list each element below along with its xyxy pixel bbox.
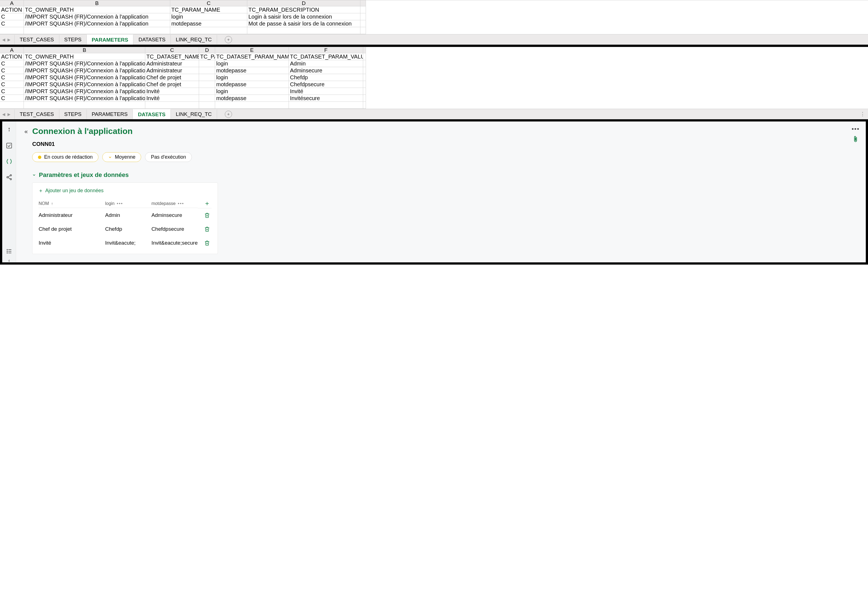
cell[interactable]: C: [0, 95, 24, 102]
info-icon[interactable]: [6, 126, 12, 135]
dataset-cell[interactable]: Admin: [105, 208, 151, 222]
sheet-tab-steps[interactable]: STEPS: [59, 110, 87, 119]
add-dataset-button[interactable]: Ajouter un jeu de données: [39, 188, 212, 194]
cell[interactable]: C: [0, 81, 24, 88]
dataset-cell[interactable]: Chefdp: [105, 222, 151, 236]
parameters-icon[interactable]: [6, 158, 12, 166]
column-header-motdepasse[interactable]: motdepasse •••: [151, 199, 198, 208]
dataset-cell[interactable]: Invité: [39, 236, 105, 250]
cell[interactable]: /IMPORT SQUASH (FR)/Connexion à l'applic…: [24, 88, 145, 95]
col-head[interactable]: C: [145, 47, 199, 53]
delete-row-button[interactable]: [198, 222, 212, 236]
cell[interactable]: [363, 88, 366, 95]
dataset-cell[interactable]: Adminsecure: [151, 208, 198, 222]
sheet-tab-steps[interactable]: STEPS: [59, 35, 87, 44]
cell[interactable]: [199, 74, 215, 81]
cell[interactable]: motdepasse: [215, 67, 289, 74]
column-header-name[interactable]: NOM ↑: [39, 199, 105, 208]
col-head[interactable]: C: [170, 0, 247, 6]
sheet-tab-parameters[interactable]: PARAMETERS: [87, 34, 133, 45]
dataset-cell[interactable]: Chef de projet: [39, 222, 105, 236]
cell[interactable]: [199, 81, 215, 88]
cell[interactable]: C: [0, 67, 24, 74]
col-head[interactable]: D: [199, 47, 215, 53]
cell[interactable]: TC_OWNER_PATH: [24, 53, 145, 60]
col-head[interactable]: [360, 0, 366, 6]
cell[interactable]: [363, 95, 366, 102]
cell[interactable]: [24, 102, 145, 109]
column-menu-icon[interactable]: •••: [117, 201, 123, 206]
col-head[interactable]: F: [289, 47, 363, 53]
sheet-tab-test-cases[interactable]: TEST_CASES: [14, 110, 59, 119]
cell[interactable]: /IMPORT SQUASH (FR)/Connexion à l'applic…: [24, 13, 170, 20]
col-head[interactable]: B: [24, 47, 145, 53]
section-toggle[interactable]: Paramètres et jeux de données: [32, 171, 218, 179]
cell[interactable]: [24, 27, 170, 34]
cell[interactable]: [363, 53, 366, 60]
col-head[interactable]: A: [0, 47, 24, 53]
cell[interactable]: Invité: [289, 88, 363, 95]
execution-pill[interactable]: Pas d'exécution: [145, 152, 192, 162]
cell[interactable]: motdepasse: [215, 81, 289, 88]
cell[interactable]: Administrateur: [145, 67, 199, 74]
steps-list-icon[interactable]: [6, 248, 12, 256]
cell[interactable]: login: [215, 74, 289, 81]
cell[interactable]: [363, 81, 366, 88]
cell[interactable]: [363, 102, 366, 109]
cell[interactable]: [360, 13, 366, 20]
cell[interactable]: Chef de projet: [145, 74, 199, 81]
cell[interactable]: [215, 102, 289, 109]
cell[interactable]: login: [215, 88, 289, 95]
cell[interactable]: [199, 95, 215, 102]
priority-pill[interactable]: Moyenne: [102, 152, 141, 162]
cell[interactable]: [145, 102, 199, 109]
cell[interactable]: TC_DATASET_PARAM_VALUE: [289, 53, 363, 60]
tab-overflow-icon[interactable]: ⋮: [860, 111, 868, 117]
cell[interactable]: C: [0, 20, 24, 27]
add-sheet-button[interactable]: [225, 36, 232, 43]
attachment-icon[interactable]: [852, 135, 859, 145]
cell[interactable]: [0, 102, 24, 109]
sheet-tab-test-cases[interactable]: TEST_CASES: [14, 35, 59, 44]
cell[interactable]: [0, 27, 24, 34]
cell[interactable]: ACTION: [0, 6, 24, 13]
dataset-cell[interactable]: Invit&eacute;: [105, 236, 151, 250]
cell[interactable]: /IMPORT SQUASH (FR)/Connexion à l'applic…: [24, 74, 145, 81]
more-actions-icon[interactable]: •••: [852, 125, 860, 132]
cell[interactable]: [360, 20, 366, 27]
cell[interactable]: [199, 67, 215, 74]
col-head[interactable]: A: [0, 0, 24, 6]
cell[interactable]: motdepasse: [215, 95, 289, 102]
column-menu-icon[interactable]: •••: [178, 201, 184, 206]
cell[interactable]: Chefdpsecure: [289, 81, 363, 88]
cell[interactable]: [170, 27, 247, 34]
sheet-tab-link-req-tc[interactable]: LINK_REQ_TC: [171, 35, 217, 44]
dataset-cell[interactable]: Administrateur: [39, 208, 105, 222]
dataset-cell[interactable]: Chefdpsecure: [151, 222, 198, 236]
cell[interactable]: Invité: [145, 88, 199, 95]
sheet-nav-arrows[interactable]: ◀▶: [2, 112, 14, 117]
cell[interactable]: /IMPORT SQUASH (FR)/Connexion à l'applic…: [24, 81, 145, 88]
cell[interactable]: login: [170, 13, 247, 20]
cell[interactable]: Invitésecure: [289, 95, 363, 102]
cell[interactable]: Administrateur: [145, 60, 199, 67]
cell[interactable]: TC_PARAM_DESCRIPTION: [247, 6, 360, 13]
cell[interactable]: Adminsecure: [289, 67, 363, 74]
collapse-back-icon[interactable]: «: [25, 128, 28, 135]
sheet-tab-datasets[interactable]: DATASETS: [133, 35, 170, 44]
delete-row-button[interactable]: [198, 236, 212, 250]
sheet-tab-parameters[interactable]: PARAMETERS: [87, 110, 133, 119]
col-head[interactable]: [363, 47, 366, 53]
cell[interactable]: [360, 6, 366, 13]
cell[interactable]: TC_PARAM_NAME: [170, 6, 247, 13]
cell[interactable]: TC_DATASET_PARAM_NAME: [215, 53, 289, 60]
cell[interactable]: Mot de passe à saisir lors de la connexi…: [247, 20, 360, 27]
cell[interactable]: Invité: [145, 95, 199, 102]
col-head[interactable]: D: [247, 0, 360, 6]
delete-row-button[interactable]: [198, 208, 212, 222]
checkbox-icon[interactable]: [6, 142, 12, 150]
cell[interactable]: [199, 102, 215, 109]
cell[interactable]: [363, 67, 366, 74]
cell[interactable]: TC_OWNER_PATH: [24, 6, 170, 13]
cell[interactable]: [199, 60, 215, 67]
